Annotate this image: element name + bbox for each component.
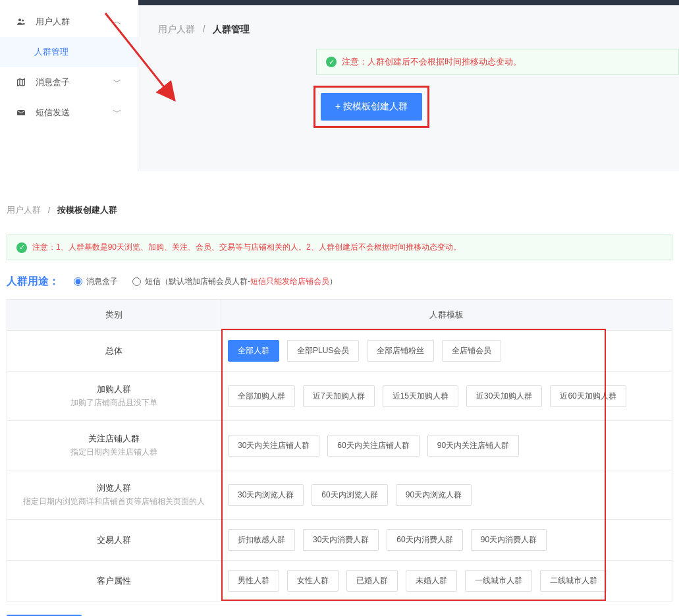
template-tag[interactable]: 90天内关注店铺人群	[427, 435, 519, 457]
template-tag[interactable]: 已婚人群	[346, 570, 398, 592]
category-title: 浏览人群	[97, 482, 131, 494]
category-title: 总体	[105, 345, 122, 357]
sidebar-msgbox-label: 消息盒子	[36, 76, 70, 88]
sidebar-item-sms[interactable]: 短信发送 ﹀	[0, 98, 138, 128]
svg-point-0	[18, 18, 21, 21]
top-screenshot: 用户人群 ︿ 人群管理 消息盒子 ﹀ 短信发送 ﹀ 用户人群 / 人群管理	[0, 0, 679, 171]
template-tag[interactable]: 未婚人群	[406, 570, 457, 592]
template-tag[interactable]: 近30天加购人群	[466, 385, 542, 407]
sidebar-sub-crowd-mgmt[interactable]: 人群管理	[0, 37, 138, 67]
category-title: 客户属性	[97, 575, 131, 587]
sidebar: 用户人群 ︿ 人群管理 消息盒子 ﹀ 短信发送 ﹀	[0, 0, 138, 171]
template-tag[interactable]: 近60天加购人群	[550, 385, 626, 407]
create-by-template-button[interactable]: + 按模板创建人群	[321, 93, 422, 121]
cell-category: 浏览人群指定日期内浏览商详和店铺首页等店铺相关页面的人	[7, 470, 221, 519]
svg-point-1	[22, 19, 24, 21]
cell-templates: 30天内关注店铺人群60天内关注店铺人群90天内关注店铺人群	[221, 421, 672, 470]
template-tag[interactable]: 30天内关注店铺人群	[228, 435, 319, 457]
chevron-up-icon: ︿	[113, 16, 122, 28]
table-row: 客户属性男性人群女性人群已婚人群未婚人群一线城市人群二线城市人群	[7, 561, 672, 601]
cell-templates: 全部人群全部PLUS会员全部店铺粉丝全店铺会员	[221, 331, 672, 371]
envelope-icon	[16, 107, 26, 118]
template-tag[interactable]: 二线城市人群	[540, 570, 607, 592]
category-title: 关注店铺人群	[88, 433, 140, 445]
cell-templates: 男性人群女性人群已婚人群未婚人群一线城市人群二线城市人群	[221, 561, 672, 601]
category-subtitle: 加购了店铺商品且没下单	[70, 397, 157, 408]
table-row: 交易人群折扣敏感人群30天内消费人群60天内消费人群90天内消费人群	[7, 520, 672, 561]
cell-templates: 30天内浏览人群60天内浏览人群90天内浏览人群	[221, 470, 672, 519]
breadcrumb-root[interactable]: 用户人群	[158, 24, 195, 34]
template-tag[interactable]: 女性人群	[287, 570, 339, 592]
template-table: 类别 人群模板 总体全部人群全部PLUS会员全部店铺粉丝全店铺会员加购人群加购了…	[7, 299, 672, 602]
chevron-down-icon: ﹀	[113, 76, 122, 88]
cell-templates: 全部加购人群近7天加购人群近15天加购人群近30天加购人群近60天加购人群	[221, 372, 672, 420]
sidebar-users-label: 用户人群	[36, 16, 70, 28]
alert-notice-2: ✓ 注意：1、人群基数是90天浏览、加购、关注、会员、交易等与店铺相关的人。2、…	[7, 235, 672, 260]
category-title: 交易人群	[97, 534, 131, 546]
table-row: 总体全部人群全部PLUS会员全部店铺粉丝全店铺会员	[7, 331, 672, 372]
purpose-row: 人群用途： 消息盒子 短信（默认增加店铺会员人群-短信只能发给店铺会员）	[7, 275, 672, 289]
map-icon	[16, 77, 26, 88]
template-tag[interactable]: 折扣敏感人群	[228, 529, 295, 551]
category-subtitle: 指定日期内关注店铺人群	[70, 447, 157, 458]
bottom-screenshot: 用户人群 / 按模板创建人群 ✓ 注意：1、人群基数是90天浏览、加购、关注、会…	[0, 198, 679, 616]
radio-sms[interactable]: 短信（默认增加店铺会员人群-短信只能发给店铺会员）	[132, 276, 337, 287]
template-tag[interactable]: 全部人群	[228, 340, 279, 362]
users-icon	[16, 16, 26, 27]
template-tag[interactable]: 全店铺会员	[442, 340, 501, 362]
cell-category: 交易人群	[7, 520, 221, 560]
template-tag[interactable]: 30天内浏览人群	[228, 484, 304, 506]
sidebar-item-msgbox[interactable]: 消息盒子 ﹀	[0, 67, 138, 98]
cell-category: 客户属性	[7, 561, 221, 601]
cell-category: 加购人群加购了店铺商品且没下单	[7, 372, 221, 420]
category-title: 加购人群	[97, 383, 131, 395]
radio-sms-input[interactable]	[132, 277, 141, 286]
svg-rect-2	[17, 110, 25, 115]
sidebar-sms-label: 短信发送	[36, 107, 70, 119]
header-category: 类别	[7, 300, 221, 330]
template-tag[interactable]: 90天内浏览人群	[396, 484, 472, 506]
template-tag[interactable]: 30天内消费人群	[303, 529, 379, 551]
template-tag[interactable]: 60天内消费人群	[387, 529, 462, 551]
purpose-label: 人群用途：	[7, 275, 59, 289]
check-circle-icon: ✓	[326, 57, 337, 67]
breadcrumb2-root[interactable]: 用户人群	[7, 205, 41, 215]
table-header: 类别 人群模板	[7, 300, 672, 331]
radio-msgbox-input[interactable]	[74, 277, 82, 286]
breadcrumb-1: 用户人群 / 人群管理	[138, 5, 679, 49]
radio-msgbox[interactable]: 消息盒子	[74, 276, 118, 287]
sidebar-item-users[interactable]: 用户人群 ︿	[0, 7, 138, 37]
table-body: 总体全部人群全部PLUS会员全部店铺粉丝全店铺会员加购人群加购了店铺商品且没下单…	[7, 331, 672, 601]
template-tag[interactable]: 近7天加购人群	[303, 385, 375, 407]
top-dark-bar	[138, 0, 679, 5]
cell-templates: 折扣敏感人群30天内消费人群60天内消费人群90天内消费人群	[221, 520, 672, 560]
template-tag[interactable]: 60天内浏览人群	[312, 484, 387, 506]
highlighted-button-frame: + 按模板创建人群	[313, 86, 429, 128]
cell-category: 总体	[7, 331, 221, 371]
cell-category: 关注店铺人群指定日期内关注店铺人群	[7, 421, 221, 470]
check-circle-icon: ✓	[16, 242, 27, 253]
template-tag[interactable]: 全部加购人群	[228, 385, 295, 407]
template-tag[interactable]: 男性人群	[228, 570, 279, 592]
template-tag[interactable]: 60天内关注店铺人群	[327, 435, 419, 457]
breadcrumb2-current: 按模板创建人群	[57, 205, 117, 215]
table-row: 浏览人群指定日期内浏览商详和店铺首页等店铺相关页面的人30天内浏览人群60天内浏…	[7, 470, 672, 520]
template-tag[interactable]: 近15天加购人群	[383, 385, 458, 407]
template-tag[interactable]: 90天内消费人群	[471, 529, 547, 551]
template-tag[interactable]: 一线城市人群	[465, 570, 532, 592]
header-template: 人群模板	[221, 300, 672, 330]
breadcrumb-2: 用户人群 / 按模板创建人群	[7, 198, 672, 225]
table-row: 加购人群加购了店铺商品且没下单全部加购人群近7天加购人群近15天加购人群近30天…	[7, 372, 672, 421]
template-tag[interactable]: 全部店铺粉丝	[367, 340, 434, 362]
template-tag[interactable]: 全部PLUS会员	[287, 340, 359, 362]
chevron-down-icon: ﹀	[113, 107, 122, 119]
table-row: 关注店铺人群指定日期内关注店铺人群30天内关注店铺人群60天内关注店铺人群90天…	[7, 421, 672, 470]
category-subtitle: 指定日期内浏览商详和店铺首页等店铺相关页面的人	[23, 496, 205, 507]
main-panel-1: 用户人群 / 人群管理 ✓ 注意：人群创建后不会根据时间推移动态变动。 + 按模…	[138, 0, 679, 171]
alert-notice-1: ✓ 注意：人群创建后不会根据时间推移动态变动。	[316, 49, 679, 75]
breadcrumb-current: 人群管理	[213, 24, 250, 34]
